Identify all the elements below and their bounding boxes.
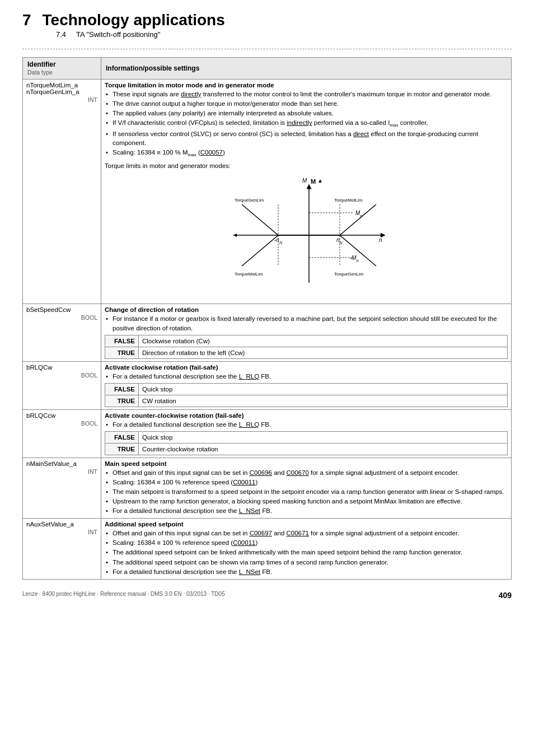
section-title: TA "Switch-off positioning" — [76, 30, 160, 39]
identifier-cell: bSetSpeedCcw BOOL — [23, 304, 101, 361]
bool-row: FALSE Quick stop — [105, 431, 508, 443]
datatype-label: INT — [26, 96, 97, 103]
identifier-cell: nAuxSetValue_a INT — [23, 519, 101, 579]
bullet-item: The drive cannot output a higher torque … — [105, 99, 508, 108]
ref-link[interactable]: L_RLQ — [239, 373, 259, 380]
bullet-item: For a detailed functional description se… — [105, 372, 508, 381]
svg-text:TorqueGenLim: TorqueGenLim — [235, 198, 264, 203]
datatype-label: INT — [26, 468, 97, 475]
ref-link[interactable]: C00697 — [250, 530, 272, 536]
identifier-name: bSetSpeedCcw — [26, 306, 71, 313]
bullet-item: The additional speed setpoint can be lin… — [105, 548, 508, 557]
chapter-title: Technology applications — [43, 11, 225, 29]
bool-value: Clockwise rotation (Cw) — [139, 335, 508, 347]
svg-text:TorqueMotLim: TorqueMotLim — [334, 198, 363, 203]
row-title: Change of direction of rotation — [105, 306, 508, 313]
identifier-name: bRLQCcw — [26, 412, 55, 419]
ref-link[interactable]: C00671 — [287, 530, 309, 536]
bool-table: FALSE Quick stop TRUE CW rotation — [105, 383, 508, 407]
bullet-list: For a detailed functional description se… — [105, 372, 508, 381]
ref-link[interactable]: L_NSet — [239, 568, 260, 575]
ref-link[interactable]: C00011 — [233, 479, 255, 486]
bool-value: Counter-clockwise rotation — [139, 443, 508, 455]
identifier-name: bRLQCw — [26, 364, 53, 371]
bool-key: FALSE — [105, 335, 139, 347]
page-header: 7 Technology applications 7.4 TA "Switch… — [22, 11, 512, 39]
page-footer: Lenze · 8400 protec HighLine · Reference… — [22, 591, 512, 600]
bullet-list: Offset and gain of this input signal can… — [105, 468, 508, 515]
bool-value: Quick stop — [139, 383, 508, 395]
bullet-list: For a detailed functional description se… — [105, 420, 508, 429]
info-cell: Activate clockwise rotation (fail-safe) … — [101, 361, 512, 409]
identifier-name: nTorqueMotLim_anTorqueGenLim_a — [26, 82, 79, 95]
bool-row: TRUE Counter-clockwise rotation — [105, 443, 508, 455]
table-row: nTorqueMotLim_anTorqueGenLim_a INT Torqu… — [23, 80, 512, 304]
bool-value: CW rotation — [139, 395, 508, 407]
bullet-item: If V/f characteristic control (VFCplus) … — [105, 118, 508, 128]
torque-chart-svg: Mn -Mn -nN nN n M ▲ — [211, 174, 401, 297]
bullet-item: These input signals are directly transfe… — [105, 90, 508, 99]
bullet-item: For a detailed functional description se… — [105, 420, 508, 429]
row-title: Main speed setpoint — [105, 460, 508, 467]
table-row: nMainSetValue_a INT Main speed setpoint … — [23, 458, 512, 518]
datatype-label: BOOL — [26, 372, 97, 379]
row-title: Torque limitation in motor mode and in g… — [105, 82, 508, 88]
svg-text:TorqueGenLim: TorqueGenLim — [334, 272, 364, 277]
bullet-item: Scaling: 16384 ≡ 100 % Mmax (C00057) — [105, 148, 508, 158]
section-number: 7.4 — [56, 30, 66, 39]
bullet-item: For instance if a motor or gearbox is fi… — [105, 314, 508, 332]
table-row: bRLQCw BOOL Activate clockwise rotation … — [23, 361, 512, 409]
row-title: Additional speed setpoint — [105, 521, 508, 528]
info-cell: Torque limitation in motor mode and in g… — [101, 80, 512, 304]
identifier-cell: bRLQCcw BOOL — [23, 409, 101, 458]
row-title: Activate clockwise rotation (fail-safe) — [105, 364, 508, 371]
info-cell: Main speed setpoint Offset and gain of t… — [101, 458, 512, 518]
row-title: Activate counter-clockwise rotation (fai… — [105, 412, 508, 419]
identifier-cell: nTorqueMotLim_anTorqueGenLim_a INT — [23, 80, 101, 304]
bool-key: FALSE — [105, 383, 139, 395]
bool-table: FALSE Clockwise rotation (Cw) TRUE Direc… — [105, 335, 508, 359]
identifier-name: nMainSetValue_a — [26, 460, 77, 467]
info-cell: Activate counter-clockwise rotation (fai… — [101, 409, 512, 458]
ref-link[interactable]: L_RLQ — [239, 421, 259, 428]
bullet-item: Scaling: 16384 ≡ 100 % reference speed (… — [105, 478, 508, 487]
bullet-list: These input signals are directly transfe… — [105, 90, 508, 158]
bullet-list: Offset and gain of this input signal can… — [105, 529, 508, 576]
chart-title: Torque limits in motor and generator mod… — [105, 162, 508, 169]
bool-table: FALSE Quick stop TRUE Counter-clockwise … — [105, 431, 508, 455]
identifier-cell: bRLQCw BOOL — [23, 361, 101, 409]
datatype-label: BOOL — [26, 314, 97, 321]
col2-header: Information/possible settings — [101, 58, 512, 80]
bullet-list: For instance if a motor or gearbox is fi… — [105, 314, 508, 332]
bool-row: TRUE CW rotation — [105, 395, 508, 407]
chart-section: Torque limits in motor and generator mod… — [105, 162, 508, 297]
bool-row: TRUE Direction of rotation to the left (… — [105, 347, 508, 358]
ref-link[interactable]: C00696 — [250, 469, 272, 476]
bool-row: FALSE Clockwise rotation (Cw) — [105, 335, 508, 347]
ref-link[interactable]: C00011 — [233, 539, 255, 546]
table-row: nAuxSetValue_a INT Additional speed setp… — [23, 519, 512, 579]
svg-text:Mn: Mn — [355, 210, 362, 218]
reference-table: Identifier Data type Information/possibl… — [22, 57, 512, 580]
bullet-item: For a detailed functional description se… — [105, 506, 508, 515]
bool-key: TRUE — [105, 395, 139, 407]
bullet-item: For a detailed functional description se… — [105, 567, 508, 576]
svg-marker-3 — [233, 234, 237, 237]
bool-value: Direction of rotation to the left (Ccw) — [139, 347, 508, 358]
bool-value: Quick stop — [139, 431, 508, 443]
ref-link[interactable]: C00670 — [287, 469, 309, 476]
ref-link[interactable]: C00057 — [200, 149, 223, 156]
svg-text:-nN: -nN — [274, 237, 283, 245]
ref-link[interactable]: L_NSet — [239, 507, 260, 514]
datatype-label: INT — [26, 529, 97, 535]
svg-text:M: M — [311, 178, 316, 185]
bullet-item: The additional speed setpoint can be sho… — [105, 558, 508, 567]
bullet-item: The main setpoint is transformed to a sp… — [105, 487, 508, 496]
bool-row: FALSE Quick stop — [105, 383, 508, 395]
identifier-cell: nMainSetValue_a INT — [23, 458, 101, 518]
bullet-item: Scaling: 16384 ≡ 100 % reference speed (… — [105, 538, 508, 547]
chapter-number: 7 — [22, 11, 31, 29]
bool-key: TRUE — [105, 347, 139, 358]
identifier-name: nAuxSetValue_a — [26, 521, 74, 528]
info-cell: Change of direction of rotation For inst… — [101, 304, 512, 361]
